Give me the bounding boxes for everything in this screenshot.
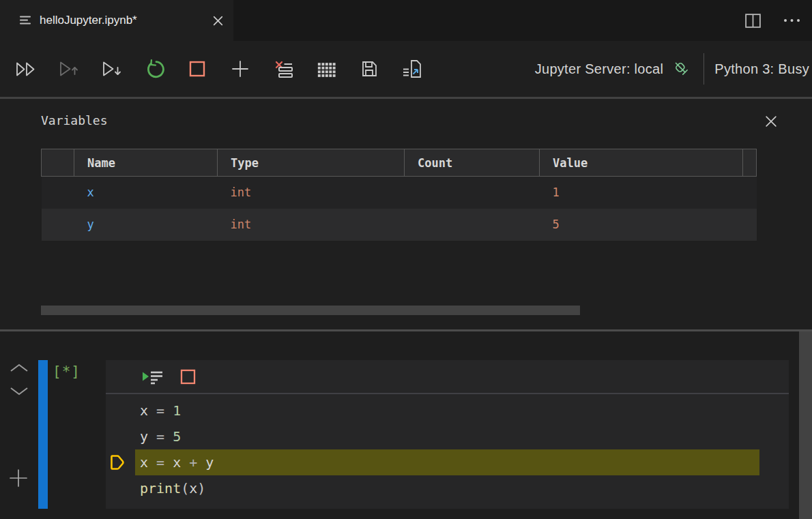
- column-header-type[interactable]: Type: [218, 149, 405, 177]
- variable-count: [405, 209, 540, 241]
- column-header-name[interactable]: Name: [74, 149, 218, 177]
- variable-type: int: [218, 209, 405, 241]
- close-tab-icon[interactable]: [212, 15, 224, 27]
- token-operator: =: [148, 454, 173, 471]
- close-variables-icon[interactable]: [764, 115, 778, 128]
- save-button[interactable]: [353, 53, 385, 85]
- notebook-toolbar: Jupyter Server: local Python 3: Busy: [0, 41, 812, 97]
- jupyter-server-label: Jupyter Server: local: [535, 61, 664, 77]
- variable-name: x: [74, 177, 218, 209]
- token-variable: y: [140, 428, 148, 445]
- variables-panel-title: Variables: [41, 113, 108, 128]
- variable-value: 5: [540, 209, 743, 241]
- code-line[interactable]: x = 1: [106, 398, 789, 424]
- variables-table-header: NameTypeCountValue: [42, 149, 757, 177]
- add-cell-button[interactable]: [224, 53, 256, 85]
- run-cells-below-button[interactable]: [96, 53, 127, 85]
- vscode-notebook-editor: helloJupyter.ipynb*: [0, 0, 812, 519]
- token-operator: =: [148, 402, 173, 419]
- token-variable: x: [140, 454, 148, 471]
- row-indent: [42, 177, 74, 209]
- code-line[interactable]: print(x): [106, 475, 789, 501]
- more-actions-icon[interactable]: [783, 18, 801, 23]
- variable-value: 1: [540, 177, 743, 209]
- variable-row-x[interactable]: xint1: [42, 177, 757, 209]
- variables-table: NameTypeCountValue xint1yint5: [41, 149, 757, 241]
- row-spacer: [743, 177, 757, 209]
- code-line-current[interactable]: x = x + y: [135, 449, 759, 475]
- variables-table-body: xint1yint5: [42, 177, 757, 241]
- variable-count: [405, 177, 540, 209]
- notebook-file-icon: [18, 14, 32, 27]
- status-separator: [704, 53, 704, 85]
- column-header-empty[interactable]: [42, 149, 74, 177]
- plug-icon: [672, 59, 691, 78]
- token-paren: ): [197, 480, 205, 496]
- token-variable: x: [173, 454, 181, 471]
- row-spacer: [743, 209, 757, 241]
- column-header-spacer: [743, 149, 757, 177]
- interrupt-kernel-button[interactable]: [182, 53, 213, 85]
- clear-all-outputs-button[interactable]: [267, 53, 299, 85]
- restart-kernel-button[interactable]: [139, 53, 170, 85]
- token-variable: y: [205, 454, 214, 471]
- column-header-value[interactable]: Value: [540, 149, 743, 177]
- debug-current-line-icon: [109, 452, 127, 475]
- jupyter-server-status[interactable]: Jupyter Server: local: [535, 59, 692, 78]
- export-button[interactable]: [396, 53, 428, 85]
- token-number: 1: [173, 402, 181, 419]
- editor-actions: [744, 0, 801, 41]
- chevron-up-icon[interactable]: [9, 363, 29, 376]
- split-editor-icon[interactable]: [744, 12, 762, 30]
- variables-panel: Variables NameTypeCountValue xint1yint5: [0, 99, 812, 329]
- variables-button[interactable]: [310, 53, 342, 85]
- code-line[interactable]: y = 5: [106, 424, 789, 449]
- cell-focus-bar[interactable]: [38, 360, 48, 509]
- row-indent: [42, 209, 74, 241]
- cell-toolbar: [106, 360, 789, 394]
- run-cells-above-button[interactable]: [53, 53, 84, 85]
- variable-type: int: [218, 177, 405, 209]
- chevron-down-icon[interactable]: [9, 386, 29, 399]
- variable-row-y[interactable]: yint5: [42, 209, 757, 241]
- token-variable: x: [140, 402, 148, 419]
- token-function: print: [140, 480, 181, 496]
- vertical-scrollbar[interactable]: [799, 331, 812, 519]
- run-by-line-icon[interactable]: [141, 368, 164, 385]
- horizontal-scrollbar[interactable]: [41, 306, 580, 315]
- run-all-button[interactable]: [10, 53, 41, 85]
- token-paren: (: [181, 480, 189, 496]
- toolbar-status-area: Jupyter Server: local Python 3: Busy: [535, 41, 812, 97]
- add-cell-below-icon[interactable]: [8, 468, 29, 491]
- token-operator: +: [181, 454, 205, 471]
- cell-code[interactable]: x = 1y = 5x = x + yprint(x): [106, 394, 789, 501]
- token-variable: x: [189, 480, 197, 496]
- column-header-count[interactable]: Count: [405, 149, 540, 177]
- token-number: 5: [173, 428, 181, 445]
- notebook-cell-area: [*] x = 1y = 5x = x + yprint(x): [0, 331, 812, 519]
- kernel-status[interactable]: Python 3: Busy: [714, 61, 812, 77]
- tab-title: helloJupyter.ipynb*: [40, 14, 205, 27]
- code-cell[interactable]: x = 1y = 5x = x + yprint(x): [106, 360, 789, 509]
- tab-bar: helloJupyter.ipynb*: [0, 0, 812, 41]
- variable-name: y: [74, 209, 218, 241]
- tab-hellojupyter[interactable]: helloJupyter.ipynb*: [0, 0, 233, 41]
- token-operator: =: [148, 428, 173, 445]
- execution-count: [*]: [53, 364, 81, 380]
- stop-icon[interactable]: [179, 368, 197, 385]
